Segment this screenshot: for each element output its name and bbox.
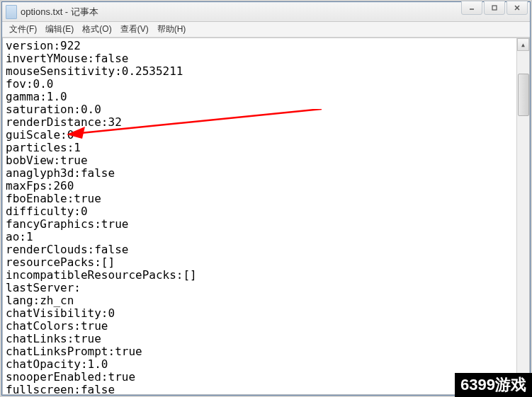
menu-format[interactable]: 格式(O): [78, 22, 115, 37]
scroll-thumb[interactable]: [518, 74, 529, 116]
text-line: fov:0.0: [6, 78, 526, 91]
text-line: version:922: [6, 40, 526, 52]
text-line: lang:zh_cn: [6, 294, 526, 307]
text-line: resourcePacks:[]: [6, 256, 526, 269]
text-line: fboEnable:true: [6, 192, 526, 205]
minimize-button[interactable]: [461, 1, 482, 15]
text-line: mouseSensitivity:0.2535211: [6, 65, 526, 78]
menubar: 文件(F) 编辑(E) 格式(O) 查看(V) 帮助(H): [2, 22, 530, 38]
text-line: difficulty:0: [6, 205, 526, 218]
watermark: 6399游戏: [455, 373, 532, 397]
menu-file[interactable]: 文件(F): [5, 22, 41, 37]
text-line: chatLinksPrompt:true: [6, 345, 526, 358]
text-line: maxFps:260: [6, 180, 526, 192]
notepad-window: options.txt - 记事本 文件(F) 编辑(E) 格式(O) 查看(V…: [1, 1, 531, 396]
text-line: fullscreen:false: [6, 384, 526, 396]
content-area: version:922invertYMouse:falsemouseSensit…: [2, 38, 530, 395]
text-line: fancyGraphics:true: [6, 218, 526, 231]
close-button[interactable]: [506, 1, 528, 15]
svg-rect-1: [492, 6, 497, 10]
menu-view[interactable]: 查看(V): [116, 22, 153, 37]
text-line: bobView:true: [6, 154, 526, 167]
text-body[interactable]: version:922invertYMouse:falsemouseSensit…: [3, 38, 529, 397]
text-line: invertYMouse:false: [6, 52, 526, 65]
scroll-up-button[interactable]: ▲: [517, 38, 529, 51]
menu-help[interactable]: 帮助(H): [153, 22, 191, 37]
text-line: gamma:1.0: [6, 91, 526, 103]
text-line: lastServer:: [6, 282, 526, 294]
text-line: anaglyph3d:false: [6, 167, 526, 180]
titlebar: options.txt - 记事本: [2, 2, 530, 22]
menu-edit[interactable]: 编辑(E): [41, 22, 78, 37]
window-title: options.txt - 记事本: [21, 6, 530, 18]
maximize-button[interactable]: [484, 1, 505, 15]
text-line: chatOpacity:1.0: [6, 358, 526, 371]
text-line: chatVisibility:0: [6, 307, 526, 320]
text-line: particles:1: [6, 142, 526, 154]
text-line: renderClouds:false: [6, 243, 526, 256]
text-line: chatLinks:true: [6, 333, 526, 345]
text-line: incompatibleResourcePacks:[]: [6, 269, 526, 282]
text-line: renderDistance:32: [6, 116, 526, 129]
text-line: snooperEnabled:true: [6, 371, 526, 384]
vertical-scrollbar[interactable]: ▲ ▼: [516, 38, 529, 394]
window-controls: [461, 1, 528, 15]
notepad-icon: [6, 5, 17, 19]
text-line: saturation:0.0: [6, 103, 526, 116]
text-line: chatColors:true: [6, 320, 526, 333]
text-line: guiScale:0: [6, 129, 526, 142]
text-line: ao:1: [6, 231, 526, 243]
